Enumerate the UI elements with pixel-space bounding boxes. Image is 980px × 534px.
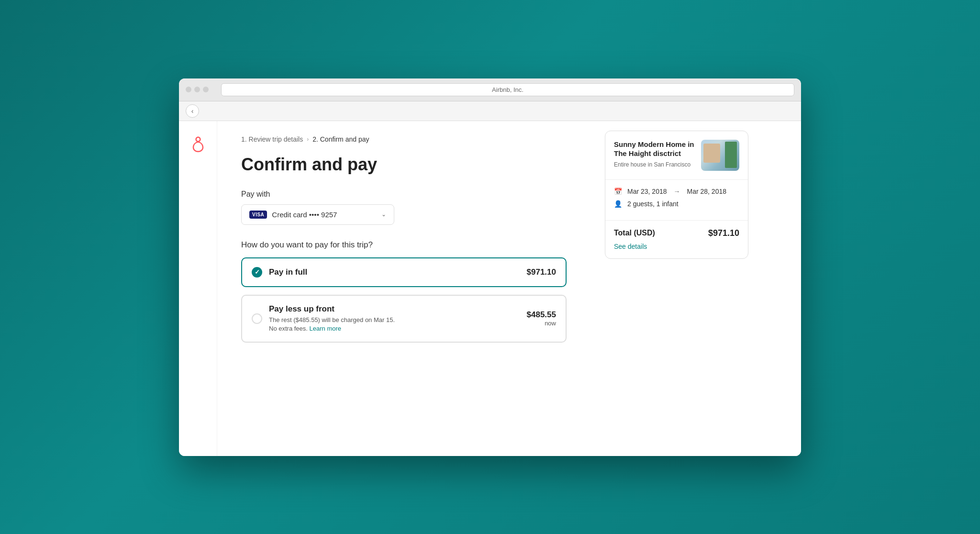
property-info: Sunny Modern Home in The Haight disctric… <box>614 140 694 168</box>
airbnb-logo-icon[interactable] <box>189 135 208 155</box>
breadcrumb-chevron-icon: › <box>307 136 309 143</box>
booking-total: Total (USD) $971.10 See details <box>605 221 748 258</box>
calendar-icon: 📅 <box>614 188 623 195</box>
guests-icon: 👤 <box>614 200 623 208</box>
browser-window: Airbnb, Inc. ‹ 1. Review trip details › … <box>179 78 801 456</box>
traffic-light-red <box>186 87 191 92</box>
back-button[interactable]: ‹ <box>186 104 199 118</box>
breadcrumb-step2: 2. Confirm and pay <box>312 135 369 143</box>
payment-question: How do you want to pay for this trip? <box>241 240 567 250</box>
dates-row: 📅 Mar 23, 2018 → Mar 28, 2018 <box>614 188 739 195</box>
traffic-light-green <box>203 87 209 92</box>
checkin-date: Mar 23, 2018 <box>627 188 667 195</box>
pay-less-desc: The rest ($485.55) will be charged on Ma… <box>269 316 520 333</box>
pay-less-title: Pay less up front <box>269 304 520 314</box>
browser-nav: ‹ <box>179 101 801 121</box>
total-label: Total (USD) <box>614 229 655 237</box>
guests-row: 👤 2 guests, 1 infant <box>614 200 739 208</box>
pay-less-radio <box>252 313 262 324</box>
booking-details: 📅 Mar 23, 2018 → Mar 28, 2018 👤 2 guests… <box>605 180 748 221</box>
payment-method-selector[interactable]: VISA Credit card •••• 9257 ⌄ <box>241 204 394 225</box>
property-image <box>701 140 739 171</box>
total-amount: $971.10 <box>708 228 739 238</box>
visa-badge: VISA <box>249 211 267 219</box>
pay-less-price: $485.55 <box>527 310 556 320</box>
see-details-link[interactable]: See details <box>614 243 647 250</box>
total-row: Total (USD) $971.10 <box>614 228 739 238</box>
pay-in-full-price: $971.10 <box>527 267 556 277</box>
main-content: 1. Review trip details › 2. Confirm and … <box>217 121 590 456</box>
breadcrumb-step1: 1. Review trip details <box>241 135 303 143</box>
pay-less-option[interactable]: Pay less up front The rest ($485.55) wil… <box>241 295 567 343</box>
pay-in-full-option[interactable]: Pay in full $971.10 <box>241 257 567 287</box>
pay-in-full-title: Pay in full <box>269 267 520 277</box>
left-sidebar <box>179 121 217 456</box>
pay-less-price-sub: now <box>527 320 556 327</box>
pay-with-label: Pay with <box>241 190 567 199</box>
page-title: Confirm and pay <box>241 155 567 175</box>
property-type: Entire house in San Francisco <box>614 161 694 168</box>
breadcrumb: 1. Review trip details › 2. Confirm and … <box>241 135 567 143</box>
chevron-down-icon: ⌄ <box>381 211 386 218</box>
address-bar: Airbnb, Inc. <box>221 83 794 96</box>
property-header: Sunny Modern Home in The Haight disctric… <box>605 131 748 180</box>
pay-less-price-block: $485.55 now <box>527 310 556 327</box>
traffic-light-yellow <box>194 87 200 92</box>
checkout-date: Mar 28, 2018 <box>687 188 727 195</box>
arrow-icon: → <box>674 188 680 195</box>
browser-chrome: Airbnb, Inc. <box>179 78 801 101</box>
guests-info: 2 guests, 1 infant <box>627 200 679 208</box>
pay-in-full-radio <box>252 267 262 278</box>
browser-content: 1. Review trip details › 2. Confirm and … <box>179 121 801 456</box>
learn-more-link[interactable]: Learn more <box>310 325 341 332</box>
pay-in-full-content: Pay in full <box>269 267 520 277</box>
pay-less-content: Pay less up front The rest ($485.55) wil… <box>269 304 520 333</box>
property-card: Sunny Modern Home in The Haight disctric… <box>605 131 748 259</box>
right-panel: Sunny Modern Home in The Haight disctric… <box>590 121 763 456</box>
property-name: Sunny Modern Home in The Haight disctric… <box>614 140 694 158</box>
card-label: Credit card •••• 9257 <box>272 211 377 219</box>
